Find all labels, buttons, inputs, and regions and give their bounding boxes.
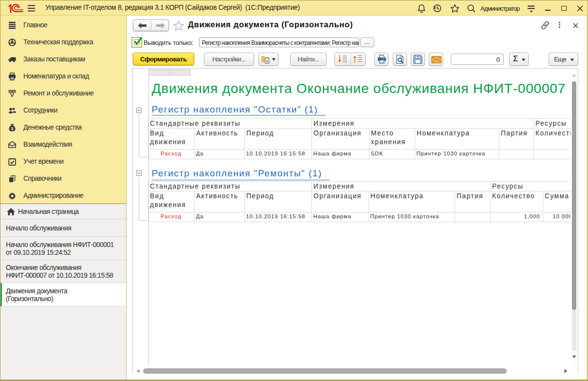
svg-text:$: $ [11, 126, 13, 131]
